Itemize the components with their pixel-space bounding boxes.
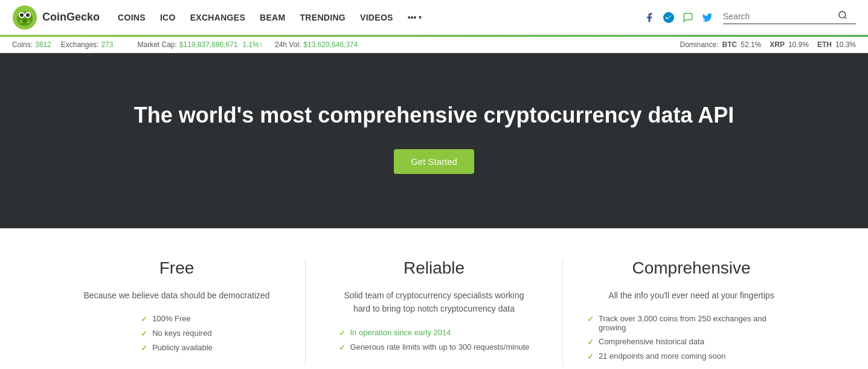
list-item-text: Track over 3,000 coins from 250 exchange… (599, 314, 796, 332)
feature-comprehensive: Comprehensive All the info you'll ever n… (563, 258, 820, 366)
search-input[interactable] (723, 11, 838, 21)
check-icon: ✓ (141, 329, 147, 338)
list-item: ✓ 100% Free (141, 314, 213, 324)
list-item-text: Publicly available (152, 343, 213, 352)
list-item: ✓ Track over 3,000 coins from 250 exchan… (587, 314, 796, 332)
nav-beam[interactable]: BEAM (260, 13, 285, 22)
nav-videos[interactable]: VIDEOS (360, 13, 393, 22)
nav-exchanges[interactable]: EXCHANGES (190, 13, 245, 22)
coins-label: Coins: (12, 40, 33, 49)
logo-text: CoinGecko (42, 11, 100, 24)
dominance-stat: Dominance: BTC 52.1% XRP 10.9% ETH 10.3% (680, 40, 856, 49)
list-item-text: No keys required (152, 329, 211, 338)
check-icon: ✓ (587, 315, 594, 324)
nav-links: COINS ICO EXCHANGES BEAM TRENDING VIDEOS… (118, 13, 634, 22)
feature-comprehensive-desc: All the info you'll ever need at your fi… (608, 289, 774, 302)
svg-point-5 (26, 13, 30, 17)
svg-line-11 (844, 17, 846, 19)
nav-more-menu[interactable]: ••• ▾ (408, 13, 422, 22)
btc-value: 52.1% (741, 40, 761, 49)
list-item: ✓ 21 endpoints and more coming soon (587, 351, 796, 361)
list-item: ✓ No keys required (141, 329, 213, 338)
check-icon: ✓ (141, 344, 147, 353)
list-item: ✓ Generous rate limits with up to 300 re… (339, 342, 530, 352)
market-cap-value: $119,837,886,671 (179, 40, 238, 49)
get-started-button[interactable]: Get Started (394, 149, 474, 174)
feature-reliable-list: ✓ In operation since early 2014 ✓ Genero… (339, 328, 530, 357)
hero-section: The world's most comprehensive cryptocur… (0, 53, 868, 228)
svg-point-4 (20, 13, 24, 17)
nav-coins[interactable]: COINS (118, 13, 146, 22)
nav-trending[interactable]: TRENDING (300, 13, 346, 22)
logo-link[interactable]: CoinGecko (12, 5, 100, 30)
feature-free: Free Because we believe data should be d… (48, 258, 306, 366)
btc-label: BTC (722, 40, 738, 49)
xrp-label: XRP (770, 40, 785, 49)
twitter-icon[interactable] (701, 11, 713, 24)
coins-value: 3812 (35, 40, 51, 49)
list-item: ✓ Publicly available (141, 343, 213, 353)
exchanges-value: 273 (101, 40, 113, 49)
search-button[interactable] (838, 10, 847, 22)
svg-point-10 (839, 11, 846, 18)
list-item: ✓ Comprehensive historical data (587, 337, 796, 347)
eth-label: ETH (817, 40, 832, 49)
feature-free-desc: Because we believe data should be democr… (83, 289, 269, 302)
market-cap-stat: Market Cap: $119,837,886,671 1.1%↑ 24h V… (137, 40, 358, 49)
feature-comprehensive-title: Comprehensive (632, 258, 750, 278)
market-cap-change: 1.1%↑ (243, 40, 263, 49)
magnifier-icon (838, 10, 847, 20)
nav-ico[interactable]: ICO (160, 13, 176, 22)
xrp-value: 10.9% (788, 40, 809, 49)
vol-value: $13,620,646,374 (303, 40, 358, 49)
list-item-text: Comprehensive historical data (599, 337, 704, 346)
check-icon: ✓ (587, 338, 594, 347)
feature-free-title: Free (159, 258, 194, 278)
feature-free-list: ✓ 100% Free ✓ No keys required ✓ Publicl… (141, 314, 213, 358)
dominance-label: Dominance: (680, 40, 719, 49)
coins-stat: Coins: 3812 Exchanges: 273 (12, 40, 113, 49)
check-icon: ✓ (339, 329, 346, 338)
list-item-text: 21 endpoints and more coming soon (599, 351, 725, 361)
navbar: CoinGecko COINS ICO EXCHANGES BEAM TREND… (0, 0, 868, 35)
telegram-icon[interactable] (663, 11, 675, 24)
check-icon: ✓ (339, 343, 346, 352)
facebook-icon[interactable] (643, 11, 655, 24)
feature-comprehensive-list: ✓ Track over 3,000 coins from 250 exchan… (587, 314, 796, 366)
eth-value: 10.3% (835, 40, 856, 49)
feature-reliable-desc: Solid team of cryptocurrency specialists… (338, 289, 531, 316)
features-section: Free Because we believe data should be d… (0, 228, 868, 369)
ellipsis-icon: ••• (408, 13, 417, 22)
check-icon: ✓ (141, 315, 147, 324)
logo-icon (12, 5, 37, 30)
search-container (723, 10, 856, 24)
exchanges-label: Exchanges: (61, 40, 99, 49)
list-item: ✓ In operation since early 2014 (339, 328, 530, 338)
hero-title: The world's most comprehensive cryptocur… (134, 101, 735, 130)
vol-label: 24h Vol: (275, 40, 301, 49)
list-item-text: 100% Free (152, 314, 191, 323)
social-links (643, 11, 713, 24)
list-item-text: Generous rate limits with up to 300 requ… (350, 342, 530, 351)
chevron-down-icon: ▾ (419, 14, 422, 21)
check-icon: ✓ (587, 352, 594, 361)
list-item-text: In operation since early 2014 (350, 328, 451, 337)
feature-reliable-title: Reliable (403, 258, 465, 278)
market-cap-label: Market Cap: (137, 40, 176, 49)
svg-point-7 (20, 20, 23, 23)
stats-bar: Coins: 3812 Exchanges: 273 Market Cap: $… (0, 37, 868, 53)
chat-icon[interactable] (682, 11, 694, 24)
svg-point-8 (27, 20, 30, 23)
feature-reliable: Reliable Solid team of cryptocurrency sp… (306, 258, 563, 366)
